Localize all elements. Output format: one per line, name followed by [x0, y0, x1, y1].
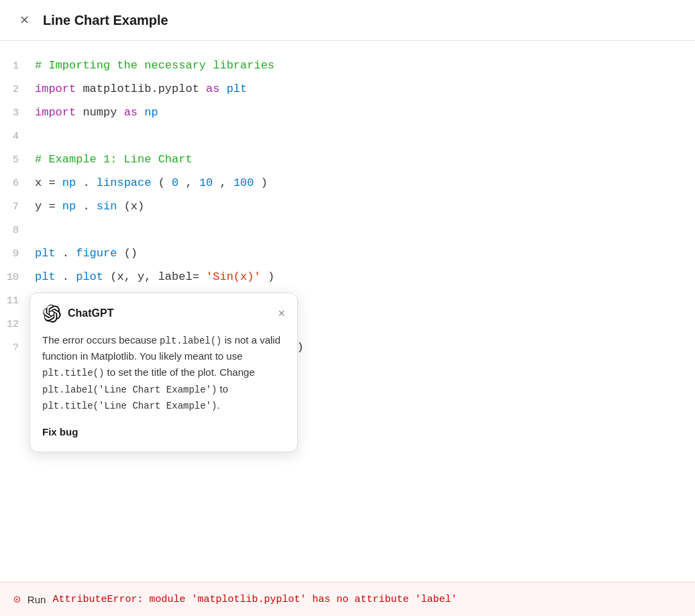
code-text: import numpy as np	[35, 101, 695, 124]
code-text: # Importing the necessary libraries	[35, 54, 695, 77]
window-header: ✕ Line Chart Example	[0, 0, 695, 41]
code-text: # Example 1: Line Chart	[35, 148, 695, 171]
error-message: AttributeError: module 'matplotlib.pyplo…	[52, 594, 457, 605]
line-number: 1	[0, 55, 35, 78]
code-line-10: 10 plt . plot (x, y, label= 'Sin(x)' )	[0, 266, 695, 289]
code-line-1: 1 # Importing the necessary libraries	[0, 54, 695, 78]
code-text: plt . plot (x, y, label= 'Sin(x)' )	[35, 266, 695, 289]
popup-title-row: ChatGPT	[42, 304, 113, 323]
code-line-8: 8	[0, 219, 695, 242]
line-number: 9	[0, 243, 35, 266]
code-line-4: 4	[0, 125, 695, 148]
line-number: 10	[0, 266, 35, 289]
code-line-6: 6 x = np . linspace ( 0 , 10 , 100 )	[0, 172, 695, 195]
code-text: y = np . sin (x)	[35, 195, 695, 218]
code-text: x = np . linspace ( 0 , 10 , 100 )	[35, 172, 695, 195]
line-number: 6	[0, 172, 35, 195]
run-label: Run	[28, 594, 46, 605]
code-text: plt . figure ()	[35, 242, 695, 265]
line-number: 2	[0, 79, 35, 101]
line-number: 5	[0, 149, 35, 172]
code-text: import matplotlib.pyplot as plt	[35, 78, 695, 101]
popup-header: ChatGPT ×	[42, 304, 285, 323]
line-number: 8	[0, 219, 35, 242]
popup-body: The error occurs because plt.label() is …	[42, 332, 285, 414]
code-text	[35, 219, 695, 242]
fix-bug-button[interactable]: Fix bug	[42, 426, 78, 438]
line-number: 7	[0, 196, 35, 219]
line-number: 3	[0, 102, 35, 125]
chatgpt-popup: ChatGPT × The error occurs because plt.l…	[30, 293, 298, 452]
popup-close-button[interactable]: ×	[278, 307, 285, 319]
code-text	[35, 125, 695, 148]
error-icon: ⊙	[13, 592, 21, 607]
close-button[interactable]: ✕	[16, 12, 32, 28]
code-line-9: 9 plt . figure ()	[0, 242, 695, 266]
window-title: Line Chart Example	[43, 13, 168, 28]
line-number: 4	[0, 125, 35, 148]
code-line-5: 5 # Example 1: Line Chart	[0, 148, 695, 172]
code-line-7: 7 y = np . sin (x)	[0, 195, 695, 219]
popup-title-label: ChatGPT	[68, 307, 113, 319]
code-line-2: 2 import matplotlib.pyplot as plt	[0, 78, 695, 101]
error-bar: ⊙ Run AttributeError: module 'matplotlib…	[0, 582, 695, 616]
chatgpt-icon	[42, 304, 61, 323]
code-line-3: 3 import numpy as np	[0, 101, 695, 125]
